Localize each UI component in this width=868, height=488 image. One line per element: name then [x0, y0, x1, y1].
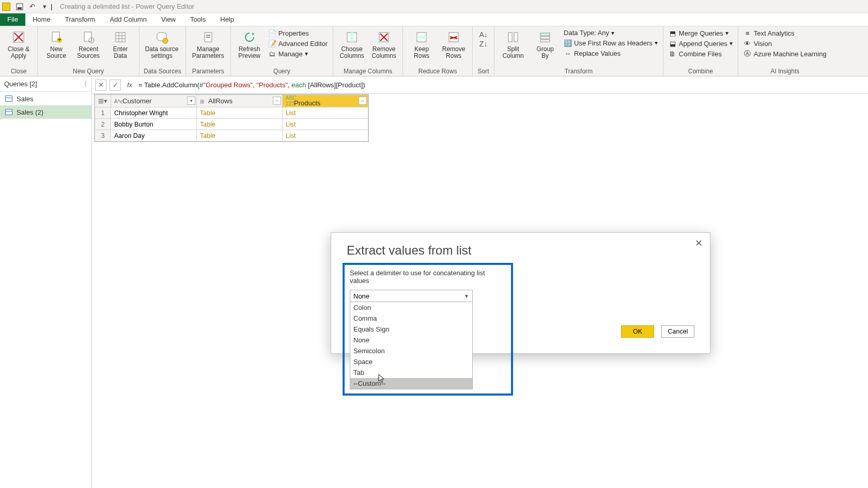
col-allrows[interactable]: ⊞AllRows↔: [197, 95, 283, 107]
group-newquery-label: New Query: [42, 68, 135, 76]
table-row[interactable]: 2 Bobby Burton Table List: [95, 119, 368, 130]
cancel-formula-button[interactable]: ✕: [95, 80, 106, 91]
group-close-label: Close: [4, 68, 33, 76]
group-by-button[interactable]: Group By: [531, 27, 560, 59]
svg-text:+: +: [57, 36, 61, 43]
svg-rect-21: [350, 33, 353, 42]
table-row[interactable]: 1 Christopher Wright Table List: [95, 107, 368, 119]
ok-button[interactable]: OK: [621, 325, 654, 338]
cancel-button[interactable]: Cancel: [661, 325, 694, 338]
group-datasources-label: Data Sources: [144, 68, 181, 76]
properties-button[interactable]: 📄Properties: [267, 28, 329, 38]
qat-undo[interactable]: ↶: [27, 2, 37, 12]
data-grid[interactable]: ⊞▾ AᴮᴄCustomer▾ ⊞AllRows↔ ABC123Products…: [94, 94, 369, 142]
close-apply-icon: [11, 29, 26, 45]
choose-columns-icon: [344, 29, 360, 45]
tab-add-column[interactable]: Add Column: [102, 13, 154, 26]
refresh-preview-button[interactable]: Refresh Preview: [235, 27, 264, 59]
cell-products[interactable]: List: [283, 119, 368, 130]
svg-rect-26: [417, 36, 426, 39]
recent-sources-button[interactable]: Recent Sources: [74, 27, 103, 59]
sort-asc-button[interactable]: A↓: [479, 30, 487, 39]
dialog-instruction: Select a delimiter to use for concatenat…: [350, 269, 506, 285]
tab-home[interactable]: Home: [25, 13, 58, 26]
expand-icon[interactable]: ↔: [359, 97, 367, 105]
combine-files-button[interactable]: 🗎Combine Files: [668, 49, 734, 58]
menu-bar: File Home Transform Add Column View Tool…: [0, 13, 868, 26]
option-comma[interactable]: Comma: [350, 313, 472, 324]
first-row-headers-button[interactable]: 🔠Use First Row as Headers ▾: [563, 38, 659, 48]
tab-tools[interactable]: Tools: [183, 13, 213, 26]
option-colon[interactable]: Colon: [350, 302, 472, 313]
queries-header: Queries [2]: [4, 80, 37, 88]
merge-queries-button[interactable]: ⬒Merge Queries ▾: [668, 28, 734, 38]
formula-bar: ✕ ✓ fx = Table.AddColumn(#"Grouped Rows"…: [92, 76, 868, 94]
group-reducerows-label: Reduce Rows: [407, 68, 468, 76]
vision-button[interactable]: 👁Vision: [742, 39, 828, 48]
window-title: Creating a delimited list - Power Query …: [60, 3, 194, 10]
tab-file[interactable]: File: [0, 13, 25, 26]
col-products[interactable]: ABC123Products↔: [283, 95, 368, 107]
delimiter-combo[interactable]: None ▼: [350, 290, 473, 302]
cell-customer[interactable]: Aaron Day: [111, 130, 197, 141]
option-space[interactable]: Space: [350, 356, 472, 367]
option-none[interactable]: None: [350, 335, 472, 345]
sort-desc-button[interactable]: Z↓: [479, 40, 488, 48]
chevron-down-icon: ▼: [464, 293, 469, 299]
option-tab[interactable]: Tab: [350, 367, 472, 378]
cell-products[interactable]: List: [283, 107, 368, 119]
filter-dropdown-icon[interactable]: ▾: [187, 97, 195, 105]
datatype-button[interactable]: Data Type: Any ▾: [563, 28, 659, 37]
split-column-button[interactable]: Split Column: [499, 27, 528, 59]
append-queries-button[interactable]: ⬓Append Queries ▾: [668, 39, 734, 48]
cell-allrows[interactable]: Table: [197, 130, 283, 141]
keep-rows-button[interactable]: Keep Rows: [407, 27, 436, 59]
combinefiles-icon: 🗎: [669, 50, 677, 58]
option-custom[interactable]: --Custom--: [350, 378, 472, 389]
formula-text[interactable]: = Table.AddColumn(#"Grouped Rows", "Prod…: [138, 81, 365, 89]
corner-cell[interactable]: ⊞▾: [95, 95, 111, 107]
option-semicolon[interactable]: Semicolon: [350, 345, 472, 356]
qat-save[interactable]: [14, 2, 25, 12]
tab-help[interactable]: Help: [213, 13, 241, 26]
qat-dropdown[interactable]: ▾: [39, 2, 50, 12]
option-equals[interactable]: Equals Sign: [350, 324, 472, 335]
table-icon: [5, 96, 12, 102]
collapse-queries-button[interactable]: 〈: [80, 80, 87, 89]
azure-ml-button[interactable]: ⒶAzure Machine Learning: [742, 49, 828, 58]
svg-point-16: [163, 38, 168, 43]
choose-columns-button[interactable]: Choose Columns: [337, 27, 366, 59]
dialog-highlight-box: Select a delimiter to use for concatenat…: [343, 263, 513, 396]
close-apply-button[interactable]: Close & Apply: [4, 27, 33, 59]
replace-values-button[interactable]: ↔Replace Values: [563, 49, 659, 58]
advanced-editor-button[interactable]: 📝Advanced Editor: [267, 39, 329, 48]
cell-allrows[interactable]: Table: [197, 107, 283, 119]
cell-customer[interactable]: Christopher Wright: [111, 107, 197, 119]
manage-query-button[interactable]: 🗂Manage ▾: [267, 49, 329, 58]
tab-view[interactable]: View: [154, 13, 183, 26]
dialog-close-button[interactable]: ✕: [692, 237, 705, 249]
cell-products[interactable]: List: [283, 130, 368, 141]
cell-allrows[interactable]: Table: [197, 119, 283, 130]
remove-rows-button[interactable]: Remove Rows: [439, 27, 468, 59]
new-source-button[interactable]: + New Source: [42, 27, 71, 59]
enter-data-icon: [113, 29, 128, 45]
enter-data-button[interactable]: Enter Data: [106, 27, 135, 59]
query-item-sales[interactable]: Sales: [0, 92, 91, 105]
commit-formula-button[interactable]: ✓: [110, 80, 121, 91]
group-sort-label: Sort: [477, 68, 490, 76]
cell-customer[interactable]: Bobby Burton: [111, 119, 197, 130]
expand-icon[interactable]: ↔: [273, 97, 281, 105]
advanced-editor-icon: 📝: [268, 39, 276, 48]
query-item-sales2[interactable]: Sales (2): [0, 105, 91, 119]
tab-transform[interactable]: Transform: [58, 13, 103, 26]
table-row[interactable]: 3 Aaron Day Table List: [95, 130, 368, 141]
manage-parameters-button[interactable]: Manage Parameters: [190, 27, 226, 59]
col-customer[interactable]: AᴮᴄCustomer▾: [111, 95, 197, 107]
text-analytics-button[interactable]: ≡Text Analytics: [742, 28, 828, 38]
delimiter-selected: None: [353, 292, 369, 300]
data-source-settings-button[interactable]: Data source settings: [144, 27, 180, 59]
remove-columns-button[interactable]: Remove Columns: [369, 27, 398, 59]
svg-rect-8: [84, 32, 91, 41]
group-query-label: Query: [235, 68, 329, 76]
